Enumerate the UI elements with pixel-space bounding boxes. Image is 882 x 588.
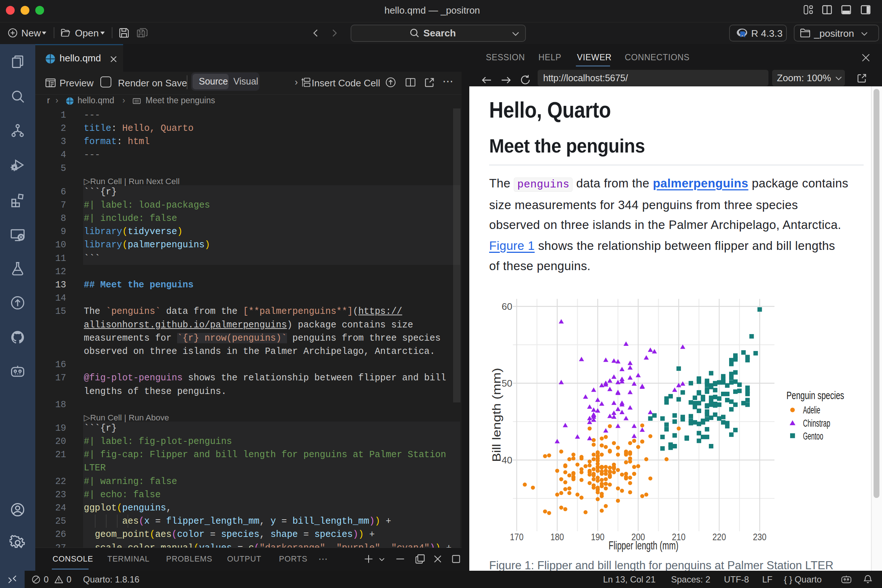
svg-text:Flipper length (mm): Flipper length (mm) — [609, 539, 678, 552]
svg-text:Gentoo: Gentoo — [803, 431, 823, 442]
svg-text:60: 60 — [502, 301, 512, 312]
svg-text:230: 230 — [753, 531, 766, 542]
svg-text:Adelie: Adelie — [803, 405, 820, 416]
svg-text:Bill length (mm): Bill length (mm) — [490, 368, 503, 462]
svg-text:170: 170 — [510, 531, 524, 542]
svg-text:Penguin species: Penguin species — [786, 390, 844, 401]
svg-text:Chinstrap: Chinstrap — [803, 418, 830, 429]
svg-text:180: 180 — [550, 531, 564, 542]
svg-text:220: 220 — [712, 531, 726, 542]
svg-text:190: 190 — [591, 531, 604, 542]
svg-text:40: 40 — [502, 454, 512, 466]
svg-text:50: 50 — [502, 378, 512, 389]
